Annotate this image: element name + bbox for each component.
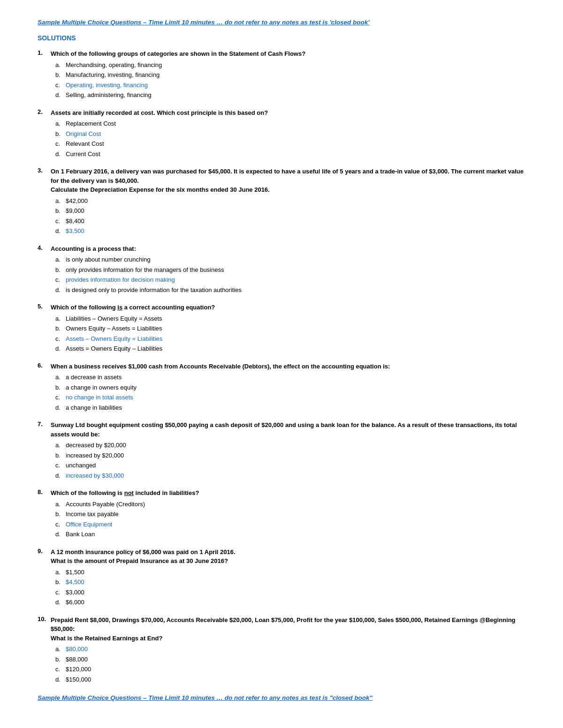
- question-5: 5.Which of the following is a correct ac…: [38, 303, 525, 354]
- question-text-8: Which of the following is not included i…: [51, 488, 525, 498]
- options-1: a.Merchandising, operating, financingb.M…: [55, 60, 525, 100]
- option-label-1-1: a.: [55, 60, 66, 70]
- options-9: a.$1,500b.$4,500c.$3,000d.$6,000: [55, 568, 525, 607]
- option-label-3-1: a.: [55, 196, 66, 206]
- option-4-3: c.provides information for decision maki…: [55, 275, 525, 285]
- option-label-5-4: d.: [55, 344, 66, 353]
- option-text-9-3: $3,000: [66, 588, 84, 597]
- option-3-2: b.$9,000: [55, 206, 525, 216]
- option-3-4: d.$3,500: [55, 226, 525, 236]
- option-8-2: b.Income tax payable: [55, 510, 525, 519]
- question-text-5: Which of the following is a correct acco…: [51, 303, 525, 312]
- option-text-5-1: Liabilities – Owners Equity = Assets: [66, 314, 162, 323]
- option-label-7-2: b.: [55, 451, 66, 460]
- option-2-3: c.Relevant Cost: [55, 139, 525, 149]
- option-1-4: d.Selling, administering, financing: [55, 90, 525, 100]
- option-text-3-2: $9,000: [66, 206, 84, 216]
- option-2-2: b.Original Cost: [55, 129, 525, 139]
- page-header: Sample Multiple Choice Questions – Time …: [38, 19, 525, 26]
- option-text-7-1: decreased by $20,000: [66, 441, 126, 450]
- options-3: a.$42,000b.$9,000c.$8,400d.$3,500: [55, 196, 525, 236]
- option-text-9-4: $6,000: [66, 598, 84, 607]
- option-label-4-1: a.: [55, 255, 66, 264]
- option-label-6-4: d.: [55, 403, 66, 413]
- question-text-6: When a business receives $1,000 cash fro…: [51, 362, 525, 371]
- option-label-8-3: c.: [55, 520, 66, 529]
- option-4-2: b.only provides information for the mana…: [55, 265, 525, 275]
- option-label-2-1: a.: [55, 119, 66, 128]
- option-text-2-4: Current Cost: [66, 150, 100, 159]
- option-text-5-4: Assets = Owners Equity – Liabilities: [66, 344, 162, 353]
- option-label-8-1: a.: [55, 500, 66, 509]
- option-text-5-2: Owners Equity – Assets = Liabilities: [66, 324, 162, 333]
- option-label-10-4: d.: [55, 675, 66, 684]
- option-text-10-2: $88,000: [66, 655, 88, 664]
- option-text-2-2: Original Cost: [66, 129, 101, 139]
- option-text-9-1: $1,500: [66, 568, 84, 577]
- option-10-3: c.$120,000: [55, 665, 525, 674]
- options-8: a.Accounts Payable (Creditors)b.Income t…: [55, 500, 525, 539]
- option-label-1-4: d.: [55, 90, 66, 100]
- option-label-9-1: a.: [55, 568, 66, 577]
- option-label-9-4: d.: [55, 598, 66, 607]
- option-text-2-3: Relevant Cost: [66, 139, 104, 149]
- option-7-2: b.increased by $20,000: [55, 451, 525, 460]
- option-label-2-3: c.: [55, 139, 66, 149]
- option-label-1-3: c.: [55, 81, 66, 90]
- option-text-1-1: Merchandising, operating, financing: [66, 60, 162, 70]
- question-num-6: 6.: [38, 362, 48, 413]
- option-text-3-3: $8,400: [66, 217, 84, 226]
- option-8-3: c.Office Equipment: [55, 520, 525, 529]
- question-num-4: 4.: [38, 244, 48, 296]
- question-num-9: 9.: [38, 548, 48, 608]
- option-9-1: a.$1,500: [55, 568, 525, 577]
- option-5-3: c.Assets – Owners Equity = Liabilities: [55, 334, 525, 344]
- option-6-4: d.a change in liabilities: [55, 403, 525, 413]
- option-text-8-1: Accounts Payable (Creditors): [66, 500, 145, 509]
- question-text-10: Prepaid Rent $8,000, Drawings $70,000, A…: [51, 615, 525, 643]
- option-7-1: a.decreased by $20,000: [55, 441, 525, 450]
- option-8-1: a.Accounts Payable (Creditors): [55, 500, 525, 509]
- option-label-4-3: c.: [55, 275, 66, 285]
- option-label-9-3: c.: [55, 588, 66, 597]
- option-1-1: a.Merchandising, operating, financing: [55, 60, 525, 70]
- option-label-4-4: d.: [55, 285, 66, 295]
- option-text-10-1: $80,000: [66, 645, 88, 654]
- option-6-3: c.no change in total assets: [55, 393, 525, 402]
- options-5: a.Liabilities – Owners Equity = Assetsb.…: [55, 314, 525, 353]
- option-10-2: b.$88,000: [55, 655, 525, 664]
- question-num-2: 2.: [38, 108, 48, 160]
- option-text-8-4: Bank Loan: [66, 530, 95, 539]
- option-9-3: c.$3,000: [55, 588, 525, 597]
- options-6: a.a decrease in assetsb.a change in owne…: [55, 373, 525, 412]
- option-label-3-2: b.: [55, 206, 66, 216]
- question-2: 2.Assets are initially recorded at cost.…: [38, 108, 525, 160]
- option-text-7-2: increased by $20,000: [66, 451, 124, 460]
- question-text-4: Accounting is a process that:: [51, 244, 525, 254]
- option-label-3-4: d.: [55, 226, 66, 236]
- options-7: a.decreased by $20,000b.increased by $20…: [55, 441, 525, 480]
- option-text-9-2: $4,500: [66, 578, 84, 587]
- question-8: 8.Which of the following is not included…: [38, 488, 525, 540]
- option-9-2: b.$4,500: [55, 578, 525, 587]
- option-label-10-2: b.: [55, 655, 66, 664]
- question-text-3: On 1 February 2016, a delivery van was p…: [51, 167, 525, 195]
- option-label-2-4: d.: [55, 150, 66, 159]
- option-text-1-4: Selling, administering, financing: [66, 90, 152, 100]
- option-label-10-3: c.: [55, 665, 66, 674]
- option-text-8-3: Office Equipment: [66, 520, 112, 529]
- option-text-4-1: is only about number crunching: [66, 255, 151, 264]
- option-5-4: d.Assets = Owners Equity – Liabilities: [55, 344, 525, 353]
- option-text-10-4: $150,000: [66, 675, 91, 684]
- option-text-8-2: Income tax payable: [66, 510, 119, 519]
- option-text-6-3: no change in total assets: [66, 393, 133, 402]
- option-label-3-3: c.: [55, 217, 66, 226]
- option-label-5-3: c.: [55, 334, 66, 344]
- options-4: a.is only about number crunchingb.only p…: [55, 255, 525, 294]
- option-3-3: c.$8,400: [55, 217, 525, 226]
- option-label-7-1: a.: [55, 441, 66, 450]
- option-7-3: c.unchanged: [55, 461, 525, 470]
- option-label-6-2: b.: [55, 383, 66, 392]
- option-text-3-4: $3,500: [66, 226, 84, 236]
- option-1-2: b.Manufacturing, investing, financing: [55, 70, 525, 80]
